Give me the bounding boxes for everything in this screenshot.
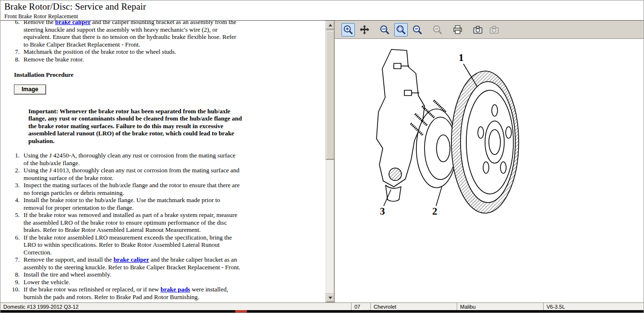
- step-number: 6.: [0, 234, 24, 256]
- status-engine: V6-3.5L: [544, 303, 644, 310]
- brake-pads-link[interactable]: brake pads: [160, 286, 190, 293]
- page-title: Brake Rotor/Disc: Service and Repair: [4, 1, 644, 12]
- install-step: 5. If the brake rotor was removed and in…: [0, 211, 318, 234]
- scrollbar-thumb[interactable]: [326, 31, 334, 159]
- step-number: 6.: [0, 21, 24, 48]
- step-text: Lower the vehicle.: [24, 278, 241, 286]
- arrow-down-icon: [328, 297, 332, 299]
- zoom-fit-button[interactable]: [394, 23, 408, 36]
- installation-procedure-heading: Installation Procedure: [14, 71, 318, 79]
- removal-step: 6. Remove the brake caliper and the cali…: [0, 21, 318, 48]
- steering-knuckle-drawing: [377, 49, 425, 202]
- print-button[interactable]: [451, 23, 464, 36]
- camera-disabled-icon: [489, 24, 499, 35]
- zoom-100-icon: 100: [379, 24, 390, 35]
- zoom-out-button[interactable]: [411, 23, 424, 36]
- install-step: 1. Using the J 42450-A, thoroughly clean…: [0, 152, 318, 167]
- removal-step: 7. Matchmark the position of the brake r…: [0, 48, 318, 56]
- brake-caliper-link[interactable]: brake caliper: [55, 21, 91, 25]
- step-number: 10.: [0, 286, 24, 301]
- app-window: Brake Rotor/Disc: Service and Repair Fro…: [0, 0, 644, 313]
- step-number: 8.: [0, 271, 24, 278]
- step-text: Inspect the mating surfaces of the hub/a…: [24, 181, 241, 196]
- header: Brake Rotor/Disc: Service and Repair Fro…: [0, 0, 644, 21]
- installation-steps-list: 1. Using the J 42450-A, thoroughly clean…: [0, 152, 318, 301]
- status-database: Domestic #13 1999-2012 Q3-12: [0, 303, 352, 310]
- step-number: 3.: [0, 181, 24, 196]
- step-text: Remove the brake rotor.: [24, 56, 241, 63]
- callout-2: 2: [432, 205, 437, 217]
- copy-image-button[interactable]: [471, 23, 485, 36]
- zoom-out-alt-button: [431, 23, 444, 36]
- zoom-out-icon: [412, 24, 423, 35]
- callout-1: 1: [459, 52, 464, 63]
- step-number: 1.: [0, 152, 24, 167]
- important-note: Important: Whenever the brake rotor has …: [28, 108, 245, 145]
- step-text-part: Remove the: [24, 21, 55, 25]
- removal-step: 8. Remove the brake rotor.: [0, 56, 318, 63]
- step-number: 9.: [0, 278, 24, 286]
- document-content: 6. Remove the brake caliper and the cali…: [0, 21, 318, 301]
- image-toolbar: 100: [335, 21, 644, 39]
- step-text: Using the J 42450-A, thoroughly clean an…: [24, 152, 241, 167]
- brake-rotor-diagram: 1 2 3: [335, 39, 644, 302]
- status-bar: Domestic #13 1999-2012 Q3-12 07 Chevrole…: [0, 302, 644, 310]
- taskbar-red-item: [235, 310, 247, 313]
- zoom-fit-icon: [396, 24, 406, 35]
- pan-icon: [359, 24, 370, 35]
- step-text: If the brake rotor was refinished or rep…: [24, 286, 241, 301]
- step-text-part: Remove the support, and install the: [24, 256, 113, 263]
- step-text: If the brake rotor was removed and insta…: [24, 211, 241, 234]
- status-model: Malibu: [457, 303, 544, 310]
- install-step: 4. Install the brake rotor to the hub/ax…: [0, 196, 318, 211]
- step-text: Matchmark the position of the brake roto…: [24, 48, 241, 56]
- taskbar-strip: [0, 310, 644, 313]
- image-panel: 100: [334, 21, 644, 302]
- status-year: 07: [352, 303, 371, 310]
- printer-icon: [452, 24, 463, 35]
- image-button[interactable]: Image: [14, 84, 46, 95]
- callout-3: 3: [380, 205, 385, 217]
- step-text-part: If the brake rotor was refinished or rep…: [24, 286, 160, 293]
- step-text: Install the tire and wheel assembly.: [24, 271, 241, 278]
- status-make: Chevrolet: [371, 303, 457, 310]
- zoom-in-button[interactable]: [341, 23, 355, 36]
- zoom-100-button[interactable]: 100: [378, 23, 391, 36]
- install-step: 8. Install the tire and wheel assembly.: [0, 271, 318, 278]
- svg-text:100: 100: [381, 27, 386, 30]
- step-number: 7.: [0, 256, 24, 271]
- brake-rotor-diagram-viewport[interactable]: 1 2 3: [335, 39, 644, 302]
- step-number: 4.: [0, 196, 24, 211]
- install-step: 9. Lower the vehicle.: [0, 278, 318, 286]
- scroll-up-button[interactable]: [326, 21, 334, 29]
- step-number: 7.: [0, 48, 24, 56]
- camera-icon: [473, 24, 483, 35]
- step-text: Remove the brake caliper and the caliper…: [24, 21, 241, 48]
- install-step: 7. Remove the support, and install the b…: [0, 256, 318, 271]
- step-number: 2.: [0, 167, 24, 181]
- install-step: 6. If the brake rotor assembled LRO meas…: [0, 234, 318, 256]
- install-step: 2. Using the J 41013, thoroughly clean a…: [0, 167, 318, 181]
- step-number: 8.: [0, 56, 24, 63]
- scroll-down-button[interactable]: [326, 294, 334, 302]
- save-image-button: [487, 23, 501, 36]
- page-subtitle: Front Brake Rotor Replacement: [4, 13, 644, 20]
- step-text: If the brake rotor assembled LRO measure…: [24, 234, 241, 256]
- install-step: 3. Inspect the mating surfaces of the hu…: [0, 181, 318, 196]
- zoom-in-icon: [343, 24, 353, 35]
- brake-rotor-drawing: [451, 71, 519, 213]
- arrow-up-icon: [328, 24, 332, 26]
- install-step: 10. If the brake rotor was refinished or…: [0, 286, 318, 301]
- step-text: Install the brake rotor to the hub/axle …: [24, 196, 241, 211]
- step-number: 5.: [0, 211, 24, 234]
- document-scrollbar[interactable]: [326, 21, 334, 302]
- step-text: Remove the support, and install the brak…: [24, 256, 241, 271]
- document-panel: 6. Remove the brake caliper and the cali…: [0, 21, 334, 302]
- pan-button[interactable]: [358, 23, 371, 36]
- brake-caliper-link[interactable]: brake caliper: [113, 256, 149, 263]
- step-text: Using the J 41013, thoroughly clean any …: [24, 167, 241, 181]
- zoom-out-disabled-icon: [432, 24, 443, 35]
